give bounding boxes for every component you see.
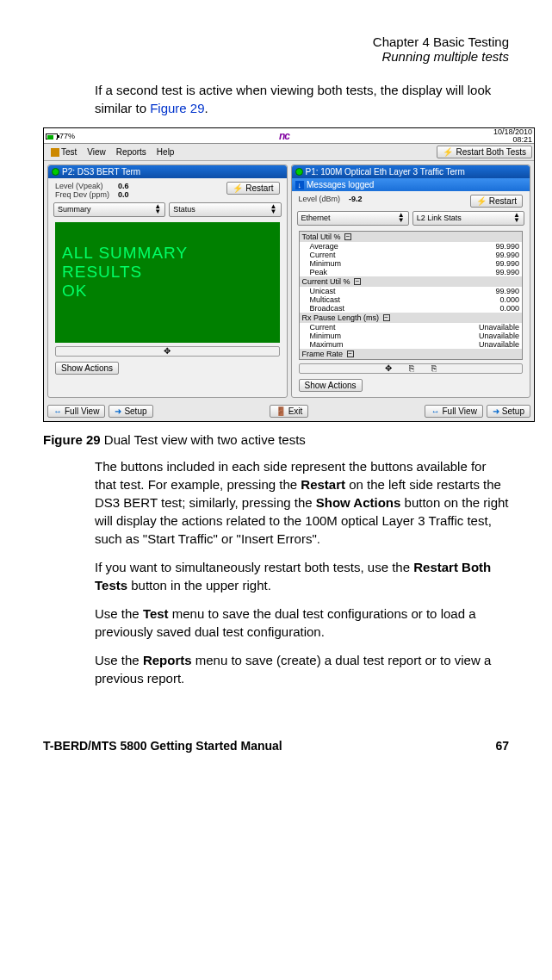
menu-help[interactable]: Help <box>152 146 180 158</box>
battery-indicator: 77% <box>46 131 75 140</box>
left-test-pane: P2: DS3 BERT Term Level (Vpeak) Freq Dev… <box>47 164 288 398</box>
door-icon: 🚪 <box>276 406 286 416</box>
right-selector-1[interactable]: Ethernet▲▼ <box>297 211 409 226</box>
menu-view[interactable]: View <box>82 146 111 158</box>
right-selector-2[interactable]: L2 Link Stats▲▼ <box>412 211 524 226</box>
right-sel2-label: L2 Link Stats <box>417 214 462 222</box>
restart-both-label: Restart Both Tests <box>456 147 526 157</box>
status-led-icon <box>52 168 59 176</box>
exit-button[interactable]: 🚪Exit <box>270 405 309 418</box>
copy-icon: ⎘ <box>409 363 414 373</box>
bolt-icon: ⚡ <box>443 147 453 157</box>
left-setup-button[interactable]: ➜Setup <box>109 405 152 418</box>
move-icon: ✥ <box>385 363 392 373</box>
row-value: 99.990 <box>495 287 519 295</box>
right-show-actions-button[interactable]: Show Actions <box>299 379 363 392</box>
figure-reference-link[interactable]: Figure 29 <box>150 101 204 115</box>
section-title: Running multiple tests <box>43 49 509 64</box>
arrows-icon: ↔ <box>53 406 62 416</box>
row-label: Peak <box>310 268 328 276</box>
p2-a: If you want to simultaneously restart bo… <box>95 560 413 574</box>
intro-text-b: . <box>205 101 208 115</box>
row-value: 0.000 <box>499 304 519 313</box>
right-setup-button[interactable]: ➜Setup <box>487 405 530 418</box>
table-row: Multicast0.000 <box>300 295 523 304</box>
right-test-pane: P1: 100M Optical Eth Layer 3 Traffic Ter… <box>291 164 531 398</box>
menu-reports[interactable]: Reports <box>111 146 152 158</box>
updown-icon: ▲▼ <box>154 204 161 215</box>
row-value: 99.990 <box>495 242 519 251</box>
chapter-title: Chapter 4 Basic Testing <box>43 34 509 49</box>
time-text: 08:21 <box>493 136 532 144</box>
table-group-header: Current Util % − <box>300 276 523 287</box>
left-stat1-value: 0.6 <box>118 182 129 190</box>
left-stat2-label: Freq Dev (ppm) <box>55 190 109 199</box>
left-selector-2[interactable]: Status▲▼ <box>169 202 281 217</box>
collapse-icon[interactable]: − <box>344 233 351 240</box>
figure-label: Figure 29 <box>43 432 101 447</box>
paragraph-3: Use the Test menu to save the dual test … <box>95 605 509 641</box>
right-stat1-label: Level (dBm) <box>299 195 341 203</box>
arrow-right-icon: ➜ <box>115 406 121 416</box>
row-label: Minimum <box>310 332 342 340</box>
row-label: Average <box>310 242 338 251</box>
bolt-icon: ⚡ <box>476 196 487 206</box>
row-label: Average <box>310 359 338 360</box>
right-title-text: P1: 100M Optical Eth Layer 3 Traffic Ter… <box>306 167 465 177</box>
row-value: Unavailable <box>479 332 519 340</box>
table-row: CurrentUnavailable <box>300 323 523 332</box>
table-row: Average99.990 <box>300 242 523 251</box>
table-row: Current99.990 <box>300 251 523 259</box>
right-sel1-label: Ethernet <box>301 214 331 222</box>
row-value: Unavailable <box>479 340 519 349</box>
status-led-icon <box>295 168 303 176</box>
intro-paragraph: If a second test is active when viewing … <box>95 81 509 117</box>
row-value: 148,794.48 <box>481 359 519 360</box>
row-value: 99.990 <box>495 251 519 259</box>
row-label: Minimum <box>310 259 342 268</box>
figure-29-screenshot: 77% nc 10/18/2010 08:21 Test View Report… <box>43 127 535 422</box>
updown-icon: ▲▼ <box>513 213 520 224</box>
collapse-icon[interactable]: − <box>354 278 361 285</box>
left-stat2-value: 0.0 <box>118 190 129 199</box>
left-restart-button[interactable]: ⚡Restart <box>226 182 279 195</box>
collapse-icon[interactable]: − <box>383 314 390 321</box>
left-sel2-label: Status <box>173 205 195 214</box>
move-icon: ✥ <box>164 346 171 356</box>
right-full-view-button[interactable]: ↔Full View <box>425 405 482 418</box>
battery-icon <box>46 133 58 140</box>
left-selector-1[interactable]: Summary▲▼ <box>53 202 165 217</box>
page-footer: T-BERD/MTS 5800 Getting Started Manual 6… <box>43 739 509 753</box>
left-show-actions-button[interactable]: Show Actions <box>55 362 119 375</box>
bottom-toolbar: ↔Full View ➜Setup 🚪Exit ↔Full View ➜Setu… <box>44 401 534 421</box>
datetime: 10/18/2010 08:21 <box>493 128 532 144</box>
restart-both-button[interactable]: ⚡Restart Both Tests <box>437 146 532 158</box>
left-pane-title: P2: DS3 BERT Term <box>48 165 287 178</box>
paragraph-2: If you want to simultaneously restart bo… <box>95 558 509 594</box>
table-row: Unicast99.990 <box>300 287 523 295</box>
menubar: Test View Reports Help ⚡Restart Both Tes… <box>44 144 534 161</box>
p3-a: Use the <box>95 606 143 621</box>
page-number: 67 <box>495 739 509 753</box>
p2-b: button in the upper right. <box>127 578 271 592</box>
figure-caption-text: Dual Test view with two active tests <box>101 432 306 447</box>
exit-label: Exit <box>288 406 303 416</box>
arrows-icon: ↔ <box>431 406 439 416</box>
right-pane-title: P1: 100M Optical Eth Layer 3 Traffic Ter… <box>292 165 530 178</box>
collapse-icon[interactable]: − <box>347 350 354 357</box>
table-row: Peak99.990 <box>300 268 523 276</box>
menu-test[interactable]: Test <box>46 146 82 158</box>
left-scroll-strip[interactable]: ✥ <box>55 346 280 357</box>
setup-label: Setup <box>502 406 524 416</box>
p1-bold-restart: Restart <box>301 477 345 492</box>
left-restart-label: Restart <box>245 183 273 193</box>
right-restart-button[interactable]: ⚡Restart <box>470 195 523 208</box>
arrow-right-icon: ➜ <box>493 406 499 416</box>
summary-line-3: OK <box>62 282 273 301</box>
row-value: 99.990 <box>495 259 519 268</box>
left-full-view-button[interactable]: ↔Full View <box>47 405 105 418</box>
right-scroll-strip[interactable]: ✥ ⎘ ⎘ <box>299 363 524 374</box>
stats-table: Total Util % −Average99.990Current99.990… <box>299 231 524 360</box>
full-view-label: Full View <box>442 406 476 416</box>
messages-label: Messages logged <box>307 180 374 189</box>
